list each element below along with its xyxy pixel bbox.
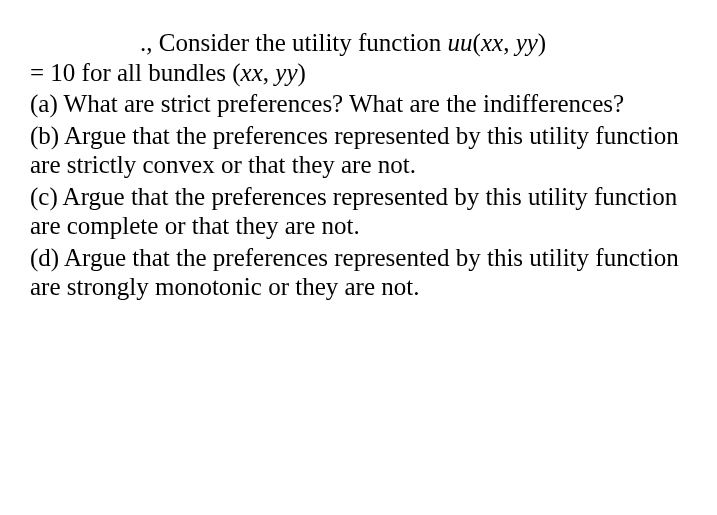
var-xx-1: xx (481, 29, 503, 56)
open-paren-1: ( (473, 29, 481, 56)
problem-text: ., Consider the utility function uu(xx, … (30, 28, 687, 302)
comma-1: , (503, 29, 516, 56)
comma-2: , (263, 59, 276, 86)
var-yy-2: yy (275, 59, 297, 86)
intro-text-1: Consider the utility function (153, 29, 448, 56)
intro-block: ., Consider the utility function uu(xx, … (30, 28, 687, 87)
var-xx-2: xx (241, 59, 263, 86)
lead-punct: ., (140, 29, 153, 56)
part-a: (a) What are strict preferences? What ar… (30, 89, 687, 119)
part-d: (d) Argue that the preferences represent… (30, 243, 687, 302)
part-b: (b) Argue that the preferences represent… (30, 121, 687, 180)
close-paren-2: ) (298, 59, 306, 86)
part-c: (c) Argue that the preferences represent… (30, 182, 687, 241)
close-paren-1: ) (538, 29, 546, 56)
intro-text-2: = 10 for all bundles ( (30, 59, 241, 86)
var-uu: uu (448, 29, 473, 56)
var-yy-1: yy (516, 29, 538, 56)
